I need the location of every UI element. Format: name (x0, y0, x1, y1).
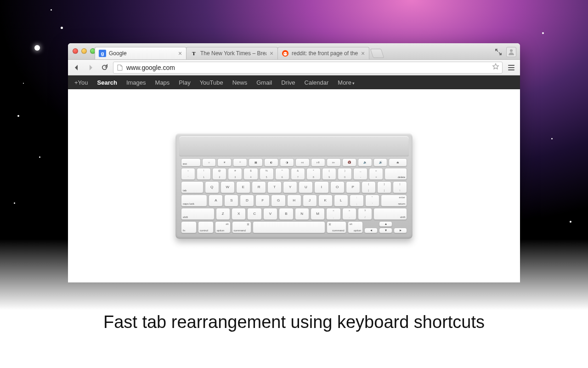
key-v: V (263, 208, 277, 220)
gbar-images[interactable]: Images (126, 79, 146, 86)
key-fn: fn (181, 221, 197, 233)
gbar-calendar[interactable]: Calendar (305, 79, 329, 86)
key-d: D (240, 195, 254, 207)
key-l: L (334, 195, 348, 207)
key-return: enterreturn (381, 195, 407, 207)
key-9: (9 (322, 168, 336, 180)
tab-nyt[interactable]: T The New York Times – Break × (186, 47, 278, 59)
gbar-gmail[interactable]: Gmail (256, 79, 272, 86)
reload-button[interactable] (99, 63, 109, 73)
key-u: U (299, 181, 313, 193)
key-o: O (330, 181, 345, 193)
key-slash: ?/ (358, 208, 372, 220)
key-control: control (198, 221, 214, 233)
google-nav-bar: +You Search Images Maps Play YouTube New… (68, 75, 520, 89)
svg-point-2 (284, 53, 285, 54)
close-tab-icon[interactable]: × (268, 50, 275, 57)
close-tab-icon[interactable]: × (360, 50, 366, 57)
gbar-drive[interactable]: Drive (281, 79, 295, 86)
window-close-button[interactable] (73, 48, 78, 54)
key-4: $4 (243, 168, 258, 180)
key-1: !1 (197, 168, 211, 180)
keyboard-q-row: tab Q W E R T Y U I O P {[ }] |\ (181, 181, 407, 193)
key-lbracket: {[ (362, 181, 376, 193)
window-minimize-button[interactable] (81, 48, 87, 54)
key-3: #3 (228, 168, 242, 180)
gbar-more[interactable]: More▾ (338, 79, 355, 86)
tab-title: reddit: the front page of the (292, 50, 358, 57)
gbar-you[interactable]: +You (74, 79, 88, 86)
key-f11: 🔉 (358, 158, 372, 167)
key-f9: ▹▹ (327, 158, 341, 167)
key-j: J (303, 195, 317, 207)
url-text: www.google.com (126, 64, 492, 71)
key-n: N (295, 208, 309, 220)
tab-title: The New York Times – Break (200, 50, 266, 57)
toolbar: www.google.com (68, 60, 520, 75)
fullscreen-icon[interactable] (495, 49, 502, 55)
key-m: M (311, 208, 325, 220)
key-arrow-down: ▾ (379, 228, 392, 233)
tab-bar: g Google × T The New York Times – Break … (68, 43, 520, 60)
key-space (253, 221, 325, 233)
key-semicolon: :; (350, 195, 364, 207)
key-8: *8 (306, 168, 321, 180)
key-option-right: altoption (348, 221, 363, 233)
key-shift-right: shift (373, 208, 407, 220)
key-f5: ◐ (264, 158, 278, 167)
key-option-left: altoption (215, 221, 231, 233)
key-rbracket: }] (377, 181, 391, 193)
keyboard-z-row: shift Z X C V B N M <, >. ?/ shift (181, 208, 407, 220)
gbar-play[interactable]: Play (179, 79, 190, 86)
key-e: E (236, 181, 250, 193)
key-equals: += (369, 168, 383, 180)
star-decor (39, 156, 40, 158)
close-tab-icon[interactable]: × (177, 50, 183, 57)
key-delete: delete (384, 168, 407, 180)
key-esc: esc (181, 158, 201, 167)
gbar-search[interactable]: Search (97, 79, 117, 86)
window-controls (73, 48, 96, 54)
star-decor (551, 138, 553, 139)
key-t: T (267, 181, 282, 193)
star-decor (34, 45, 40, 51)
key-a: A (209, 195, 223, 207)
profile-avatar-button[interactable] (506, 47, 516, 57)
address-bar[interactable]: www.google.com (113, 62, 503, 74)
gbar-news[interactable]: News (232, 79, 248, 86)
key-f2: ☀ (217, 158, 232, 167)
key-f6: ◑ (280, 158, 294, 167)
keyboard-illustration: esc ☼ ☀ ⌗ ▦ ◐ ◑ ◃◃ ▹II ▹▹ 🔇 🔉 🔊 ⏏ ~` (175, 133, 413, 239)
gbar-maps[interactable]: Maps (155, 79, 170, 86)
key-arrow-left: ◂ (364, 228, 378, 233)
key-k: K (318, 195, 333, 207)
star-decor (61, 27, 63, 29)
key-tab: tab (181, 181, 204, 193)
key-p: P (346, 181, 360, 193)
key-f4: ▦ (249, 158, 263, 167)
key-f1: ☼ (202, 158, 216, 167)
key-command-left: ⌘command (232, 221, 252, 233)
chrome-menu-button[interactable] (506, 63, 516, 73)
star-decor (542, 32, 544, 34)
key-f3: ⌗ (233, 158, 247, 167)
keyboard-fn-row: esc ☼ ☀ ⌗ ▦ ◐ ◑ ◃◃ ▹II ▹▹ 🔇 🔉 🔊 ⏏ (181, 158, 407, 167)
key-i: I (314, 181, 328, 193)
key-7: &7 (291, 168, 305, 180)
back-button[interactable] (72, 63, 82, 73)
keyboard-num-row: ~` !1 @2 #3 $4 %5 ^6 &7 *8 (9 )0 _- += d… (181, 168, 407, 180)
forward-button[interactable] (85, 63, 96, 73)
key-b: B (279, 208, 293, 220)
svg-point-3 (286, 53, 287, 54)
bookmark-star-icon[interactable] (492, 63, 499, 72)
key-arrow-up: ▴ (379, 221, 392, 227)
key-s: S (224, 195, 238, 207)
new-tab-button[interactable] (370, 49, 384, 58)
key-f7: ◃◃ (295, 158, 310, 167)
key-period: >. (342, 208, 356, 220)
key-6: ^6 (275, 168, 289, 180)
key-minus: _- (353, 168, 368, 180)
gbar-youtube[interactable]: YouTube (200, 79, 223, 86)
tab-google[interactable]: g Google × (95, 47, 187, 59)
tab-reddit[interactable]: reddit: the front page of the × (277, 47, 369, 59)
